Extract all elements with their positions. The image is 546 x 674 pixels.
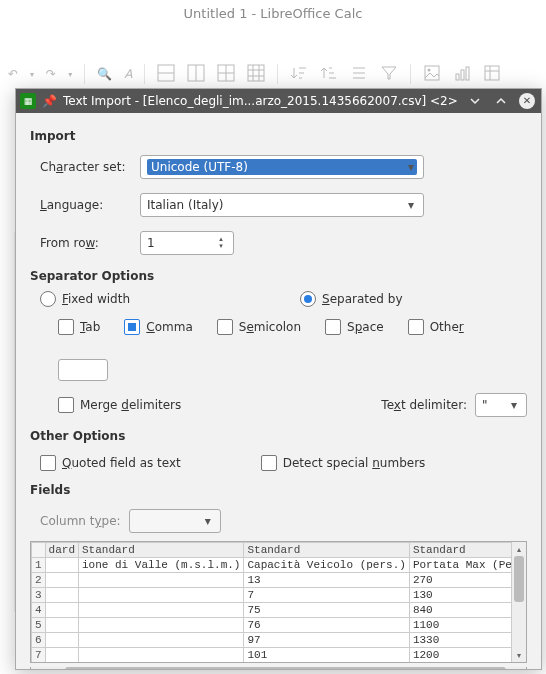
other-label: Other [430,320,464,334]
from-row-label: From row: [30,236,140,250]
semicolon-label: Semicolon [239,320,301,334]
spellcheck-icon: A [124,67,132,81]
fixed-width-radio[interactable] [40,291,56,307]
svg-rect-24 [461,70,464,80]
tab-checkbox[interactable] [58,319,74,335]
merge-delimiters-checkbox[interactable] [58,397,74,413]
preview-table: dard Standard Standard Standard 1ione di… [31,542,511,662]
dialog-title: Text Import - [Elenco_degli_im...arzo_20… [63,94,459,108]
row-icon [157,64,175,85]
detect-numbers-label: Detect special numbers [283,456,426,470]
language-label: Language: [30,198,140,212]
pivot-icon [483,64,501,85]
scrollbar-thumb[interactable] [514,556,524,602]
space-label: Space [347,320,384,334]
comma-checkbox[interactable] [124,319,140,335]
text-delimiter-combo[interactable]: " ▾ [475,393,527,417]
chevron-down-icon: ▾ [200,510,216,532]
column-type-combo[interactable]: ▾ [129,509,221,533]
table-row: 5761100 [32,618,512,633]
detect-numbers-checkbox[interactable] [261,455,277,471]
table-row: 37130 [32,588,512,603]
semicolon-checkbox[interactable] [217,319,233,335]
bg-toolbar: ↶ ▾ ↷ ▾ 🔍 A [0,60,546,88]
horizontal-scrollbar[interactable]: ◂ ▸ [30,667,527,669]
close-button[interactable]: ✕ [517,91,537,111]
col-header[interactable]: Standard [79,543,244,558]
scroll-left-icon[interactable]: ◂ [31,667,45,669]
text-import-dialog: ▦ 📌 Text Import - [Elenco_degli_im...arz… [15,88,542,670]
svg-rect-25 [466,67,469,80]
merge-delimiters-label: Merge delimiters [80,398,181,412]
vertical-scrollbar[interactable]: ▴ ▾ [511,542,526,662]
grid-icon [217,64,235,85]
preview-grid[interactable]: dard Standard Standard Standard 1ione di… [30,541,527,663]
spinner-arrows-icon: ▴▾ [213,232,229,254]
col-icon [187,64,205,85]
svg-rect-26 [485,66,499,80]
col-header[interactable]: Standard [244,543,409,558]
svg-point-22 [428,68,431,71]
undo-icon: ↶ [8,67,18,81]
text-delimiter-label: Text delimiter: [381,398,467,412]
other-delimiter-field[interactable] [58,359,108,381]
table-row: 6971330 [32,633,512,648]
app-icon: ▦ [20,93,36,109]
fixed-width-label: Fixed width [62,292,130,306]
import-heading: Import [30,129,527,143]
table-row: 1ione di Valle (m.s.l.m.)Capacità Veicol… [32,558,512,573]
scroll-down-icon[interactable]: ▾ [512,648,526,662]
col-header[interactable]: dard [45,543,78,558]
from-row-spinner[interactable]: 1 ▴▾ [140,231,234,255]
image-icon [423,64,441,85]
col-header[interactable]: Standard [409,543,511,558]
other-checkbox[interactable] [408,319,424,335]
sort-desc-icon [320,64,338,85]
grid-icon [247,64,265,85]
redo-icon: ↷ [46,67,56,81]
scroll-right-icon[interactable]: ▸ [512,667,526,669]
filter-icon [380,64,398,85]
sort-asc-icon [290,64,308,85]
fields-heading: Fields [30,483,527,497]
chevron-down-icon: ▾ [68,70,72,79]
svg-rect-23 [456,74,459,80]
table-header-row: dard Standard Standard Standard [32,543,512,558]
table-row: 213270 [32,573,512,588]
space-checkbox[interactable] [325,319,341,335]
charset-combo[interactable]: Unicode (UTF-8) ▾ [140,155,424,179]
separator-heading: Separator Options [30,269,527,283]
comma-label: Comma [146,320,192,334]
column-type-label: Column type: [40,514,121,528]
table-row: 475840 [32,603,512,618]
other-options-heading: Other Options [30,429,527,443]
language-combo[interactable]: Italian (Italy) ▾ [140,193,424,217]
table-row: 71011200 [32,648,512,663]
separated-by-label: Separated by [322,292,403,306]
minimize-icon[interactable] [465,91,485,111]
scroll-up-icon[interactable]: ▴ [512,542,526,556]
svg-rect-21 [425,66,439,80]
scrollbar-thumb[interactable] [65,667,506,669]
chevron-down-icon: ▾ [30,70,34,79]
maximize-icon[interactable] [491,91,511,111]
bg-window-title: Untitled 1 - LibreOffice Calc [0,6,546,21]
charset-label: Character set: [30,160,140,174]
chart-icon [453,64,471,85]
search-icon: 🔍 [97,67,112,81]
quoted-field-checkbox[interactable] [40,455,56,471]
svg-rect-7 [248,65,264,81]
quoted-field-label: Quoted field as text [62,456,181,470]
sort-icon [350,64,368,85]
dialog-titlebar[interactable]: ▦ 📌 Text Import - [Elenco_degli_im...arz… [16,89,541,113]
pin-icon[interactable]: 📌 [42,94,57,108]
separated-by-radio[interactable] [300,291,316,307]
tab-label: Tab [80,320,100,334]
